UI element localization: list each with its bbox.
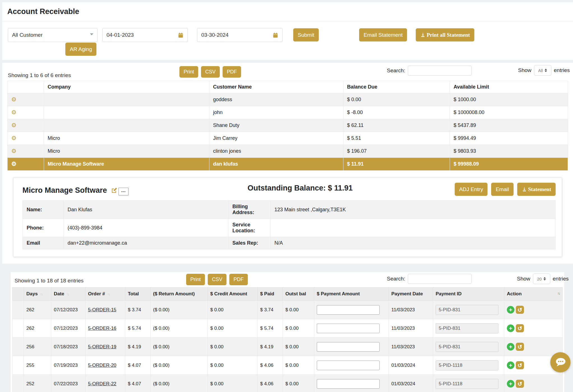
- return-cell: ($ 0.00): [151, 338, 208, 356]
- csv-button[interactable]: CSV: [201, 66, 220, 78]
- customers-col-company[interactable]: Company: [44, 81, 209, 93]
- orders-col-outst[interactable]: Outst bal: [283, 287, 314, 301]
- order-link[interactable]: 5-ORDER-16: [88, 326, 116, 331]
- gear-icon[interactable]: ⚙: [11, 148, 17, 154]
- email-button[interactable]: Email: [491, 183, 514, 196]
- credit-cell: $ 0.00: [208, 319, 258, 338]
- table-row[interactable]: ⚙ john $ -8.00 $ 1000008.00: [8, 106, 568, 119]
- payment-amount-input[interactable]: [317, 342, 380, 352]
- submit-button[interactable]: Submit: [293, 28, 319, 41]
- return-cell: ($ 0.00): [151, 356, 208, 375]
- gear-icon[interactable]: ⚙: [11, 161, 17, 167]
- return-cell: ($ 0.00): [151, 375, 208, 392]
- customers-page-length-select[interactable]: All: [534, 65, 551, 76]
- sort-icon[interactable]: ↑↓: [557, 291, 560, 295]
- sort-icon[interactable]: ↑↓: [40, 292, 43, 296]
- orders-col-total[interactable]: Total: [125, 287, 151, 301]
- date-to-input[interactable]: [201, 32, 257, 38]
- customer-select-value: All Customer: [12, 32, 43, 38]
- customers-col-customer[interactable]: Customer Name: [209, 81, 343, 93]
- sales-rep-label: Sales Rep:: [228, 237, 271, 249]
- add-payment-icon[interactable]: +: [507, 324, 514, 332]
- orders-col-date[interactable]: Date↑↓: [51, 287, 86, 301]
- table-row-selected[interactable]: ⚙ Micro Manage Software dan klufas $ 11.…: [8, 158, 568, 171]
- expand-cell[interactable]: [13, 356, 24, 375]
- order-link[interactable]: 5-ORDER-19: [88, 344, 116, 349]
- orders-col-paid[interactable]: $ Paid: [258, 287, 283, 301]
- history-icon[interactable]: ↺: [516, 361, 524, 369]
- table-row[interactable]: ⚙ Micro clinton jones $ 196.07 $ 9803.93: [8, 145, 568, 158]
- orders-col-payment-amount[interactable]: $ Payment Amount: [314, 287, 389, 301]
- expand-cell[interactable]: [13, 375, 24, 392]
- date-from-input[interactable]: [107, 32, 163, 38]
- orders-col-action[interactable]: Action↑↓: [504, 287, 563, 301]
- payment-date-cell: 11/03/2023: [389, 301, 433, 319]
- order-link[interactable]: 5-ORDER-15: [88, 307, 116, 312]
- customer-info-table: Name: Dan Klufas Billing Address: 123 Ma…: [22, 200, 556, 249]
- gear-icon[interactable]: ⚙: [11, 135, 17, 141]
- pdf-button[interactable]: PDF: [229, 274, 248, 285]
- customer-cell: goddess: [209, 93, 343, 106]
- orders-search-input[interactable]: [408, 274, 472, 284]
- chat-widget-button[interactable]: [550, 352, 570, 372]
- sort-icon[interactable]: ↑↓: [66, 292, 69, 296]
- orders-col-order[interactable]: Order #↑↓: [86, 287, 125, 301]
- statement-button[interactable]: Statement: [517, 183, 556, 196]
- orders-col-credit[interactable]: $ Credit Amount: [208, 287, 258, 301]
- order-link[interactable]: 5-ORDER-20: [88, 363, 116, 368]
- csv-button[interactable]: CSV: [208, 274, 227, 285]
- order-link[interactable]: 5-ORDER-22: [88, 381, 116, 386]
- order-row: 252 07/22/2023 5-ORDER-22 $ 4.07 ($ 0.00…: [13, 375, 563, 392]
- orders-col-payment-date[interactable]: Payment Date: [389, 287, 433, 301]
- date-from-field[interactable]: [102, 28, 188, 42]
- add-payment-icon[interactable]: +: [507, 306, 514, 314]
- payment-amount-input[interactable]: [317, 324, 380, 333]
- ar-aging-button[interactable]: AR Aging: [65, 43, 96, 56]
- history-icon[interactable]: ↺: [516, 380, 524, 388]
- add-payment-icon[interactable]: +: [507, 361, 514, 369]
- limit-cell: $ 1000.00: [450, 93, 568, 106]
- collapse-detail-button[interactable]: ---: [119, 188, 128, 195]
- expand-cell[interactable]: [13, 338, 24, 356]
- edit-icon[interactable]: [111, 187, 117, 194]
- payment-amount-input[interactable]: [317, 361, 380, 370]
- pdf-button[interactable]: PDF: [223, 66, 241, 78]
- history-icon[interactable]: ↺: [516, 343, 524, 351]
- orders-col-days[interactable]: Days↑↓: [24, 287, 51, 301]
- customers-search-input[interactable]: [408, 66, 472, 76]
- orders-col-return[interactable]: ($ Return Amount): [151, 287, 208, 301]
- limit-cell: $ 9803.93: [450, 145, 568, 158]
- print-all-statement-button[interactable]: Print all Statement: [416, 28, 474, 41]
- date-to-field[interactable]: [197, 28, 283, 42]
- orders-page-length-select[interactable]: 20: [533, 273, 550, 284]
- table-row[interactable]: ⚙ goddess $ 0.00 $ 1000.00: [8, 93, 568, 106]
- table-row[interactable]: ⚙ Micro Jim Carrey $ 5.51 $ 9994.49: [8, 132, 568, 145]
- gear-icon[interactable]: ⚙: [11, 109, 17, 115]
- table-row[interactable]: ⚙ Shane Duty $ 62.11 $ 5437.89: [8, 119, 568, 132]
- add-payment-icon[interactable]: +: [507, 343, 514, 351]
- expand-cell[interactable]: [13, 319, 24, 338]
- customer-select[interactable]: All Customer: [8, 28, 98, 42]
- adj-entry-button[interactable]: ADJ Entry: [455, 183, 488, 196]
- payment-amount-input[interactable]: [317, 305, 380, 315]
- gear-icon[interactable]: ⚙: [11, 122, 17, 128]
- orders-col-payment-id[interactable]: Payment ID: [433, 287, 504, 301]
- limit-cell: $ 5437.89: [450, 119, 568, 132]
- calendar-icon[interactable]: [272, 32, 278, 38]
- history-icon[interactable]: ↺: [516, 306, 524, 314]
- history-icon[interactable]: ↺: [516, 324, 524, 332]
- customers-col-limit[interactable]: Available Limit: [450, 81, 568, 93]
- billing-address-label: Billing Address:: [228, 201, 271, 219]
- sort-icon[interactable]: ↑↓: [107, 292, 110, 296]
- gear-icon[interactable]: ⚙: [11, 96, 17, 103]
- print-button[interactable]: Print: [186, 274, 205, 285]
- add-payment-icon[interactable]: +: [507, 380, 514, 388]
- email-statement-button[interactable]: Email Statement: [359, 28, 407, 41]
- payment-amount-input[interactable]: [317, 379, 380, 389]
- outst-bal-cell: $ 0.00: [283, 301, 314, 319]
- print-button[interactable]: Print: [179, 66, 198, 78]
- expand-cell[interactable]: [13, 301, 24, 319]
- orders-header-row: Days↑↓ Date↑↓ Order #↑↓ Total ($ Return …: [13, 287, 563, 301]
- customers-col-balance[interactable]: Balance Due: [343, 81, 450, 93]
- calendar-icon[interactable]: [178, 32, 184, 38]
